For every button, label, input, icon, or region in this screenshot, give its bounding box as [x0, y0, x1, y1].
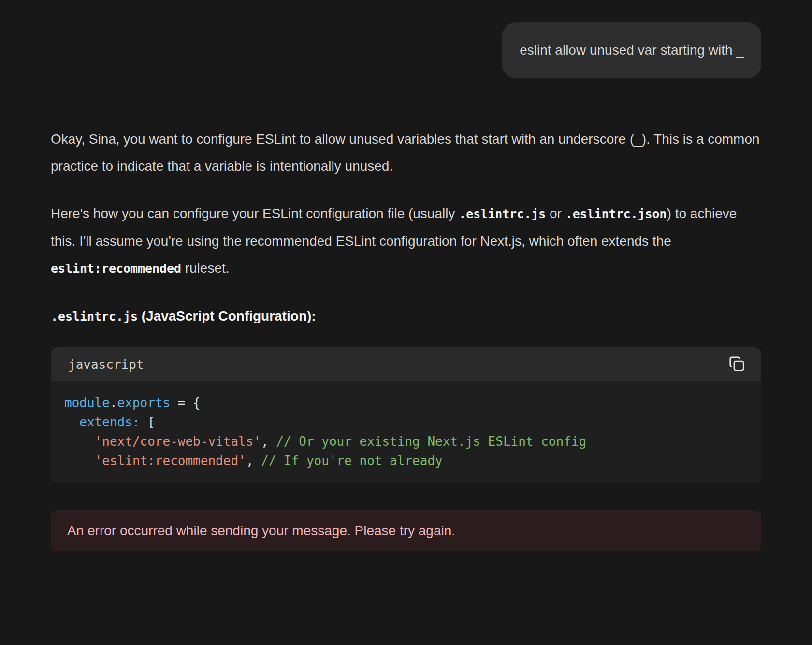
code-token: extends — [79, 415, 132, 429]
copy-code-button[interactable] — [726, 354, 747, 375]
text-segment: eslint:recommended — [51, 262, 181, 276]
code-token — [64, 454, 95, 468]
text-segment: Here's how you can configure your ESLint… — [51, 206, 459, 221]
code-token: 'next/core-web-vitals' — [95, 434, 261, 449]
text-segment: ruleset. — [181, 261, 230, 276]
code-token — [64, 415, 79, 429]
code-token: = { — [170, 396, 201, 410]
code-token: [ — [140, 415, 155, 429]
code-line: module.exports = { — [64, 393, 744, 412]
config-heading: .eslintrc.js (JavaScript Configuration): — [51, 303, 761, 330]
text-segment: Okay, Sina, you want to configure ESLint… — [51, 132, 760, 174]
assistant-paragraph-1: Okay, Sina, you want to configure ESLint… — [51, 126, 761, 180]
code-token: // Or your existing Next.js ESLint confi… — [276, 434, 586, 449]
user-message-text: eslint allow unused var starting with _ — [520, 43, 744, 58]
error-message-text: An error occurred while sending your mes… — [67, 523, 455, 539]
error-banner: An error occurred while sending your mes… — [51, 510, 761, 551]
code-language-label: javascript — [68, 357, 144, 372]
code-block: javascript module.exports = { extends: [… — [51, 347, 761, 483]
code-token: , — [246, 454, 261, 468]
text-segment: .eslintrc.js — [459, 207, 546, 221]
code-line: 'next/core-web-vitals', // Or your exist… — [64, 432, 744, 451]
code-line: 'eslint:recommended', // If you're not a… — [64, 451, 744, 470]
text-segment: .eslintrc.json — [566, 207, 667, 221]
code-block-header: javascript — [51, 347, 761, 381]
text-segment: .eslintrc.js — [51, 309, 138, 323]
code-content: module.exports = { extends: [ 'next/core… — [51, 381, 761, 483]
chat-column: eslint allow unused var starting with _ … — [51, 0, 761, 551]
code-token: // If you're not already — [261, 454, 443, 468]
user-message-row: eslint allow unused var starting with _ — [51, 22, 761, 78]
text-segment: (JavaScript Configuration): — [138, 308, 316, 323]
code-token — [64, 434, 95, 449]
user-message-bubble: eslint allow unused var starting with _ — [502, 22, 761, 78]
code-token: , — [261, 434, 276, 449]
code-token: exports — [117, 396, 171, 410]
code-token: module — [64, 396, 110, 410]
copy-icon — [729, 356, 745, 373]
code-token: 'eslint:recommended' — [95, 454, 246, 468]
code-line: extends: [ — [64, 412, 744, 432]
text-segment: or — [546, 206, 565, 221]
code-token: : — [132, 415, 140, 429]
code-token: . — [110, 396, 117, 410]
assistant-paragraph-2: Here's how you can configure your ESLint… — [51, 200, 761, 282]
assistant-message: Okay, Sina, you want to configure ESLint… — [51, 126, 761, 551]
